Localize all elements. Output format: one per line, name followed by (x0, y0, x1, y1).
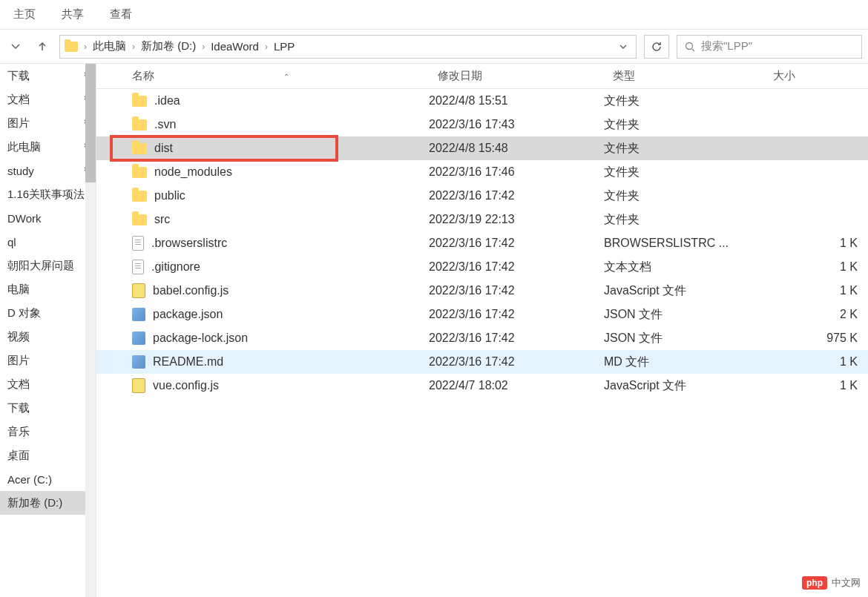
column-header-size[interactable]: 大小 (764, 69, 868, 83)
file-type-label: JavaScript 文件 (604, 378, 764, 394)
file-type-label: 文件夹 (604, 117, 764, 133)
file-row[interactable]: babel.config.js2022/3/16 17:42JavaScript… (96, 279, 868, 303)
sidebar-item-label: 文档 (7, 377, 30, 392)
sidebar-item-label: ql (7, 236, 16, 248)
folder-icon (132, 143, 147, 154)
file-name-label: public (154, 189, 185, 202)
refresh-button[interactable] (644, 35, 669, 59)
sidebar-item[interactable]: 桌面 (0, 443, 96, 467)
sidebar-item-label: 此电脑 (7, 140, 41, 154)
column-header-name[interactable]: 名称 ⌃ (96, 69, 429, 83)
file-name-label: package.json (153, 308, 223, 321)
sidebar-item[interactable]: DWork (0, 206, 96, 230)
sidebar-item[interactable]: 文档 (0, 88, 96, 111)
file-name-cell: README.md (96, 355, 429, 369)
file-name-label: .idea (154, 94, 180, 108)
breadcrumb-drive-d[interactable]: 新加卷 (D:) (141, 39, 196, 53)
file-name-label: src (154, 213, 170, 226)
breadcrumb-this-pc[interactable]: 此电脑 (93, 39, 126, 53)
address-dropdown[interactable] (615, 40, 631, 53)
file-row[interactable]: vue.config.js2022/4/7 18:02JavaScript 文件… (96, 374, 868, 398)
sidebar-item[interactable]: 音乐 (0, 420, 96, 443)
file-name-cell: node_modules (96, 165, 429, 179)
sidebar-item[interactable]: 朝阳大屏问题 (0, 254, 96, 277)
sidebar-item[interactable]: study (0, 159, 96, 182)
file-row[interactable]: README.md2022/3/16 17:42MD 文件1 K (96, 350, 868, 374)
file-row[interactable]: package.json2022/3/16 17:42JSON 文件2 K (96, 303, 868, 326)
file-date-label: 2022/3/16 17:43 (429, 118, 604, 131)
sidebar-item[interactable]: 图片 (0, 349, 96, 372)
column-name-label: 名称 (132, 69, 154, 82)
sidebar-item[interactable]: 此电脑 (0, 135, 96, 159)
file-row[interactable]: package-lock.json2022/3/16 17:42JSON 文件9… (96, 326, 868, 350)
up-button[interactable] (33, 37, 52, 56)
sidebar-item[interactable]: 新加卷 (D:) (0, 491, 96, 515)
arrow-up-icon (37, 42, 47, 52)
sidebar-item[interactable]: 视频 (0, 325, 96, 349)
sidebar-item-label: study (7, 165, 34, 177)
file-date-label: 2022/3/16 17:42 (429, 284, 604, 297)
breadcrumb-ideaword[interactable]: IdeaWord (211, 40, 259, 53)
sidebar-item[interactable]: 文档 (0, 372, 96, 396)
column-header-date[interactable]: 修改日期 (429, 69, 604, 83)
sidebar-item[interactable]: 下载 (0, 64, 96, 88)
sidebar-scrollbar[interactable] (85, 64, 96, 597)
sidebar-item[interactable]: 下载 (0, 396, 96, 420)
file-size-label: 1 K (764, 379, 868, 392)
file-name-label: package-lock.json (153, 332, 248, 345)
watermark-text: 中文网 (832, 576, 861, 590)
address-bar[interactable]: › 此电脑 › 新加卷 (D:) › IdeaWord › LPP (59, 35, 637, 59)
chevron-right-icon: › (129, 42, 138, 52)
breadcrumb-lpp[interactable]: LPP (274, 40, 295, 53)
tab-share[interactable]: 共享 (62, 7, 84, 22)
file-date-label: 2022/3/16 17:42 (429, 260, 604, 274)
file-type-label: JavaScript 文件 (604, 283, 764, 299)
sidebar-item[interactable]: ql (0, 230, 96, 254)
tab-view[interactable]: 查看 (110, 7, 132, 22)
chevron-down-icon (619, 43, 627, 50)
file-name-label: dist (154, 142, 173, 155)
file-size-label: 1 K (764, 237, 868, 250)
refresh-icon (651, 41, 662, 53)
file-row[interactable]: .svn2022/3/16 17:43文件夹 (96, 113, 868, 136)
chevron-right-icon: › (199, 42, 208, 52)
folder-icon (132, 96, 147, 107)
scrollbar-thumb[interactable] (85, 64, 96, 182)
sidebar-item-label: 文档 (7, 93, 30, 107)
file-size-label: 1 K (764, 284, 868, 297)
file-size-label: 1 K (764, 355, 868, 369)
file-name-cell: .browserslistrc (96, 236, 429, 251)
sidebar-item[interactable]: 1.16关联事项法 (0, 182, 96, 206)
sidebar-item-label: 图片 (7, 116, 30, 131)
file-row[interactable]: .gitignore2022/3/16 17:42文本文档1 K (96, 255, 868, 279)
file-type-label: BROWSERSLISTRC ... (604, 237, 764, 250)
file-row[interactable]: node_modules2022/3/16 17:46文件夹 (96, 160, 868, 184)
file-name-label: babel.config.js (153, 284, 228, 297)
sidebar-item[interactable]: D 对象 (0, 301, 96, 325)
file-size-label: 975 K (764, 332, 868, 345)
sidebar-item[interactable]: Acer (C:) (0, 467, 96, 491)
file-row[interactable]: dist2022/4/8 15:48文件夹 (96, 136, 868, 160)
history-dropdown[interactable] (6, 37, 25, 56)
file-size-label: 2 K (764, 308, 868, 321)
tab-home[interactable]: 主页 (13, 7, 36, 22)
file-name-label: vue.config.js (153, 379, 219, 392)
sidebar-item-label: 电脑 (7, 283, 30, 297)
sidebar-item-label: 1.16关联事项法 (7, 188, 85, 202)
sidebar-item[interactable]: 电脑 (0, 277, 96, 301)
file-row[interactable]: .browserslistrc2022/3/16 17:42BROWSERSLI… (96, 231, 868, 255)
file-date-label: 2022/3/16 17:42 (429, 189, 604, 202)
file-name-cell: package.json (96, 308, 429, 321)
search-input[interactable]: 搜索"LPP" (677, 35, 862, 59)
file-row[interactable]: .idea2022/4/8 15:51文件夹 (96, 89, 868, 113)
watermark-badge: php (802, 576, 827, 590)
json-file-icon (132, 332, 145, 345)
file-row[interactable]: public2022/3/16 17:42文件夹 (96, 184, 868, 208)
sidebar-item-label: 下载 (7, 69, 30, 83)
file-date-label: 2022/4/8 15:51 (429, 94, 604, 108)
folder-icon (132, 167, 147, 178)
sidebar-item[interactable]: 图片 (0, 111, 96, 135)
sidebar-item-label: 新加卷 (D:) (7, 496, 62, 510)
file-row[interactable]: src2022/3/19 22:13文件夹 (96, 208, 868, 231)
column-header-type[interactable]: 类型 (604, 69, 764, 83)
